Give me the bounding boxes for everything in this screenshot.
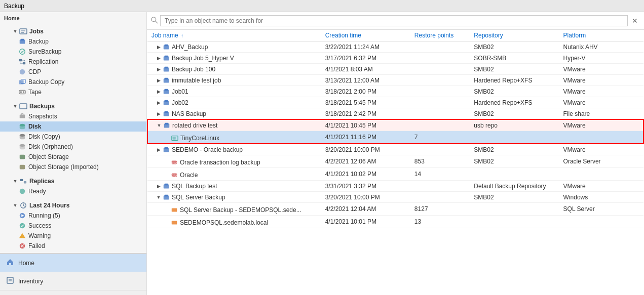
row-expander[interactable]: ▶	[156, 77, 162, 83]
job-name-text: SEDEMOPSQL.sedemolab.local	[180, 219, 268, 226]
svg-rect-54	[165, 111, 168, 113]
object-storage-imported-icon	[18, 163, 26, 171]
table-row[interactable]: ▶immutable test job3/13/2021 12:00 AMHar…	[147, 75, 643, 86]
table-row[interactable]: ▶SQL Backup test3/31/2021 3:32 PMDefault…	[147, 181, 643, 192]
row-expander[interactable]: ▼	[156, 122, 162, 129]
sidebar-item-ready[interactable]: Ready	[0, 186, 146, 196]
cell-restore	[410, 97, 470, 108]
table-row[interactable]: ORAOracle4/1/2021 10:02 PM14	[147, 168, 643, 181]
sidebar-group-backups[interactable]: ▼ Backups	[0, 101, 146, 111]
cell-creation: 4/1/2021 10:45 PM	[321, 119, 410, 131]
jobs-expander[interactable]: ▼	[12, 28, 18, 34]
job-icon	[171, 206, 178, 214]
table-row[interactable]: ▶Job023/18/2021 5:45 PMHardened Repo+XFS…	[147, 97, 643, 108]
table-row[interactable]: ▶AHV_Backup3/22/2021 11:24 AMSMB02Nutani…	[147, 41, 643, 53]
svg-rect-19	[20, 155, 25, 159]
cell-restore	[410, 144, 470, 155]
sidebar-home-section: Home	[0, 12, 146, 24]
cell-platform: Hyper-V	[559, 53, 643, 64]
cell-creation: 3/18/2021 2:00 PM	[321, 86, 410, 97]
svg-text:ORA: ORA	[171, 161, 177, 164]
row-expander[interactable]: ▼	[156, 194, 162, 200]
table-row[interactable]: ▶Backup Job 1004/1/2021 8:03 AMSMB02VMwa…	[147, 64, 643, 75]
sidebar-item-failed[interactable]: Failed	[0, 241, 146, 251]
svg-rect-21	[20, 179, 23, 181]
nav-item-inventory[interactable]: Inventory	[0, 272, 146, 290]
sidebar-item-surebackup[interactable]: SureBackup	[0, 47, 146, 57]
job-name-text: Backup Job 5_Hyper V	[172, 55, 234, 62]
row-expander[interactable]: ▶	[156, 44, 162, 50]
cell-platform: VMware	[559, 64, 643, 75]
sidebar-item-running[interactable]: Running (5)	[0, 210, 146, 221]
sidebar-item-backup-copy[interactable]: Backup Copy	[0, 77, 146, 87]
sidebar-cdp-label: CDP	[28, 68, 41, 75]
svg-rect-69	[172, 208, 177, 212]
table-row[interactable]: ▶SEDEMO - Oracle backup3/20/2021 10:00 P…	[147, 144, 643, 155]
cell-repo: Hardened Repo+XFS	[470, 97, 559, 108]
table-row[interactable]: ▶Backup Job 5_Hyper V3/17/2021 6:32 PMSO…	[147, 53, 643, 64]
nav-item-home[interactable]: Home	[0, 254, 146, 272]
cell-repo	[470, 203, 559, 216]
sidebar-group-replicas[interactable]: ▼ Replicas	[0, 176, 146, 186]
sidebar-item-disk[interactable]: Disk	[0, 121, 146, 132]
sidebar-item-snapshots[interactable]: Snapshots	[0, 111, 146, 121]
job-name-text: SQL Server Backup	[172, 194, 225, 201]
row-expander[interactable]: ▶	[156, 111, 162, 117]
col-repository[interactable]: Repository	[470, 30, 559, 41]
col-restore-points[interactable]: Restore points	[410, 30, 470, 41]
cell-job-name: ▶immutable test job	[147, 75, 321, 86]
row-expander[interactable]: ▶	[156, 89, 162, 95]
search-clear-button[interactable]: ✕	[630, 17, 640, 25]
sidebar-item-disk-copy[interactable]: Disk (Copy)	[0, 132, 146, 142]
svg-rect-9	[19, 80, 24, 85]
table-row[interactable]: ▶Job013/18/2021 2:00 PMSMB02VMware	[147, 86, 643, 97]
sidebar-group-jobs[interactable]: ▼ Jobs	[0, 26, 146, 36]
cell-platform: File share	[559, 108, 643, 120]
table-row[interactable]: ▶NAS Backup3/18/2021 2:42 PMSMB02File sh…	[147, 108, 643, 120]
backups-expander[interactable]: ▼	[12, 103, 18, 109]
sidebar-disk-label: Disk	[28, 123, 41, 130]
bottom-nav: Home Inventory Backup Infrastructure Sto…	[0, 253, 146, 295]
sidebar-item-success[interactable]: Success	[0, 221, 146, 231]
table-row[interactable]: ▼SQL Server Backup3/20/2021 10:00 PMSMB0…	[147, 192, 643, 203]
cell-job-name: ORAOracle transaction log backup	[147, 155, 321, 168]
sidebar-item-replication[interactable]: Replication	[0, 57, 146, 67]
svg-rect-4	[21, 39, 24, 41]
search-input[interactable]	[160, 15, 628, 26]
table-row[interactable]: ORAOracle transaction log backup4/2/2021…	[147, 155, 643, 168]
table-row[interactable]: SEDEMOPSQL.sedemolab.local4/1/2021 10:01…	[147, 216, 643, 228]
cell-platform: VMware	[559, 97, 643, 108]
row-expander[interactable]: ▶	[156, 183, 162, 189]
row-expander[interactable]: ▶	[156, 66, 162, 72]
svg-rect-70	[172, 221, 177, 225]
cell-job-name: ▶Job02	[147, 97, 321, 108]
backup-copy-icon	[18, 78, 26, 86]
sidebar-item-tape[interactable]: Tape	[0, 87, 146, 97]
col-platform[interactable]: Platform	[559, 30, 643, 41]
sidebar-item-backup[interactable]: Backup	[0, 36, 146, 47]
cell-restore	[410, 192, 470, 203]
table-row[interactable]: TinyCoreLinux4/1/2021 11:16 PM7	[147, 131, 643, 144]
replicas-expander[interactable]: ▼	[12, 178, 18, 184]
row-expander[interactable]: ▶	[156, 147, 162, 153]
sidebar-item-warning[interactable]: ! Warning	[0, 231, 146, 241]
cell-platform	[559, 131, 643, 144]
search-bar: ✕	[147, 12, 644, 30]
sidebar-item-object-storage[interactable]: Object Storage	[0, 152, 146, 162]
table-row[interactable]: SQL Server Backup - SEDEMOPSQL.sede...4/…	[147, 203, 643, 216]
row-expander[interactable]: ▶	[156, 100, 162, 106]
cell-restore: 14	[410, 168, 470, 181]
sidebar-item-cdp[interactable]: CDP	[0, 67, 146, 77]
col-job-name[interactable]: Job name ↑	[147, 30, 321, 41]
last24-expander[interactable]: ▼	[12, 202, 18, 208]
sidebar-item-object-storage-imported[interactable]: Object Storage (Imported)	[0, 162, 146, 172]
svg-point-23	[20, 189, 25, 194]
table-row[interactable]: ▼rotated drive test4/1/2021 10:45 PMusb …	[147, 119, 643, 131]
row-expander[interactable]: ▶	[156, 55, 162, 61]
col-creation-time[interactable]: Creation time	[321, 30, 410, 41]
sidebar-group-last24[interactable]: ▼ Last 24 Hours	[0, 200, 146, 210]
nav-item-backup-infra[interactable]: Backup Infrastructure	[0, 290, 146, 295]
sidebar-item-disk-orphaned[interactable]: Disk (Orphaned)	[0, 142, 146, 152]
cell-restore	[410, 53, 470, 64]
cell-restore	[410, 86, 470, 97]
